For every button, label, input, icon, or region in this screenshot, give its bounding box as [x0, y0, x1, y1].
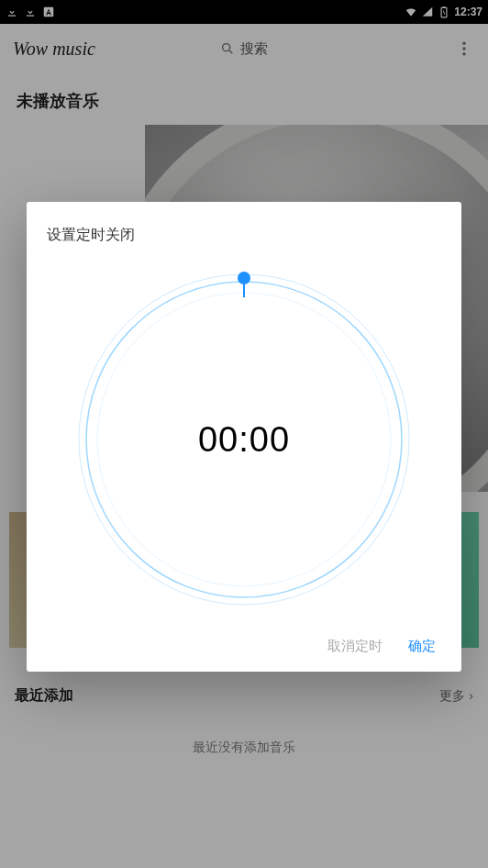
cancel-timer-button[interactable]: 取消定时 — [327, 638, 383, 655]
confirm-button[interactable]: 确定 — [408, 638, 436, 655]
sleep-timer-dialog: 设置定时关闭 00:00 取消定时 确定 — [27, 202, 461, 672]
timer-value: 00:00 — [70, 420, 418, 460]
timer-dial[interactable]: 00:00 — [70, 265, 418, 614]
svg-rect-10 — [243, 284, 245, 297]
dialog-title: 设置定时关闭 — [47, 226, 441, 245]
svg-point-9 — [238, 272, 250, 284]
dialog-actions: 取消定时 确定 — [47, 623, 441, 655]
